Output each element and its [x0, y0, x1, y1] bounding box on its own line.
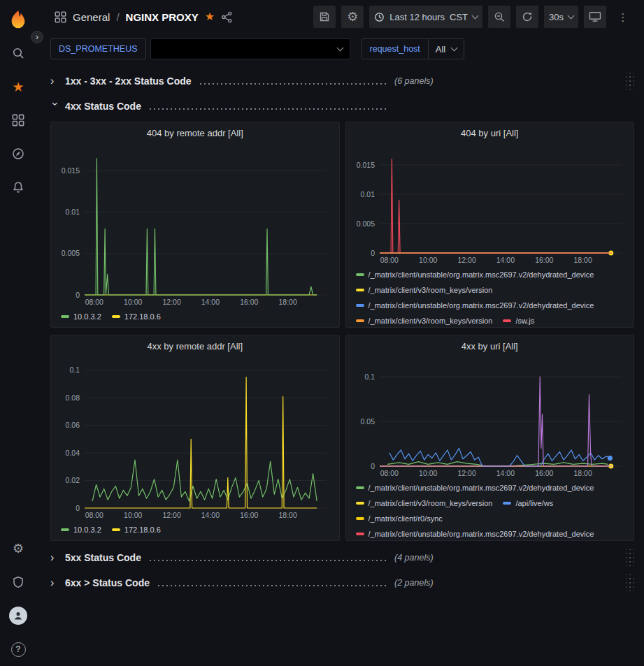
time-series-chart[interactable]: 00.0050.010.01508:0010:0012:0014:0016:00… — [346, 143, 634, 266]
legend-series-label: /_matrix/client/v3/room_keys/version — [368, 313, 493, 327]
svg-text:10:00: 10:00 — [419, 256, 437, 264]
sidebar-item-profile[interactable] — [0, 599, 36, 632]
svg-text:0.01: 0.01 — [360, 190, 375, 198]
legend-series-marker — [503, 502, 511, 505]
row-title: 6xx > Status Code — [65, 577, 150, 588]
favorite-star-icon[interactable]: ★ — [205, 11, 215, 22]
svg-text:0.015: 0.015 — [62, 166, 80, 175]
svg-text:18:00: 18:00 — [278, 511, 296, 519]
row-panel-count: (2 panels) — [394, 578, 434, 588]
legend-item[interactable]: /_matrix/client/unstable/org.matrix.msc2… — [356, 526, 594, 540]
save-dashboard-button[interactable] — [313, 6, 336, 28]
legend-item[interactable]: 10.0.3.2 — [61, 309, 101, 324]
row-4xx[interactable]: › 4xx Status Code — [50, 96, 634, 116]
legend-series-marker — [503, 319, 511, 322]
time-series-chart[interactable]: 00.020.040.060.080.108:0010:0012:0014:00… — [51, 356, 339, 521]
legend-series-label: /_matrix/client/v3/room_keys/version — [368, 282, 493, 298]
time-series-chart[interactable]: 00.050.108:0010:0012:0014:0016:0018:00 — [346, 356, 634, 479]
more-options-button[interactable]: ⋮ — [612, 6, 634, 28]
legend-item[interactable]: 172.18.0.6 — [112, 522, 161, 537]
refresh-button[interactable] — [516, 6, 538, 28]
svg-text:16:00: 16:00 — [240, 511, 258, 519]
sidebar-item-server-admin[interactable] — [0, 565, 36, 599]
grafana-logo[interactable] — [0, 0, 36, 36]
panel-title[interactable]: 4xx by remote addr [All] — [51, 335, 339, 356]
chevron-right-icon: › — [50, 552, 60, 563]
legend-item[interactable]: /_matrix/client/r0/sync — [356, 511, 443, 526]
breadcrumb-separator: / — [116, 11, 119, 23]
panel-title[interactable]: 404 by uri [All] — [346, 122, 634, 143]
dashboard-canvas: › 1xx - 3xx - 2xx Status Code (6 panels)… — [36, 64, 644, 666]
time-range-picker[interactable]: Last 12 hours CST — [369, 6, 482, 28]
request-host-label[interactable]: request_host — [362, 38, 429, 59]
row-1xx-3xx-2xx[interactable]: › 1xx - 3xx - 2xx Status Code (6 panels) — [50, 71, 634, 91]
svg-text:0.1: 0.1 — [69, 365, 80, 374]
legend-series-label: 10.0.3.2 — [73, 309, 101, 324]
tv-mode-button[interactable] — [584, 6, 606, 28]
chevron-down-icon — [472, 12, 479, 19]
dashboard-title[interactable]: NGINX PROXY — [126, 11, 199, 23]
row-panel-count: (6 panels) — [394, 76, 434, 86]
legend-item[interactable]: /_matrix/client/v3/room_keys/version — [356, 282, 493, 298]
legend-item[interactable]: 10.0.3.2 — [61, 522, 101, 537]
row-5xx[interactable]: › 5xx Status Code (4 panels) — [50, 548, 634, 567]
panel-title[interactable]: 4xx by uri [All] — [346, 335, 634, 356]
time-series-chart[interactable]: 00.0050.010.01508:0010:0012:0014:0016:00… — [51, 143, 339, 307]
sidebar-item-alerting[interactable] — [0, 171, 36, 204]
legend-series-label: /sw.js — [515, 313, 534, 327]
sidebar-item-dashboards[interactable] — [0, 103, 36, 137]
legend-item[interactable]: 172.18.0.6 — [112, 309, 161, 324]
refresh-interval-dropdown[interactable]: 30s — [544, 6, 578, 28]
request-host-value[interactable]: All — [429, 38, 464, 59]
svg-text:0: 0 — [371, 462, 375, 470]
zoom-out-button[interactable] — [488, 6, 510, 28]
share-icon[interactable] — [221, 11, 233, 23]
dashboards-grid-icon — [12, 114, 24, 126]
svg-text:0.04: 0.04 — [66, 449, 80, 457]
row-drag-handle[interactable] — [626, 549, 634, 566]
kebab-menu-icon: ⋮ — [618, 12, 629, 22]
topbar-actions: ⚙ Last 12 hours CST — [313, 6, 634, 28]
breadcrumb-section[interactable]: General — [73, 11, 110, 23]
row-dots — [199, 83, 386, 85]
legend-series-marker — [61, 528, 69, 531]
sidebar-item-configuration[interactable]: ⚙ — [0, 532, 36, 565]
svg-text:14:00: 14:00 — [496, 256, 514, 264]
row-drag-handle[interactable] — [626, 73, 634, 89]
legend-series-marker — [356, 502, 364, 505]
legend-item[interactable]: /_matrix/client/unstable/org.matrix.msc2… — [356, 480, 594, 495]
sidebar-item-starred[interactable]: ★ — [0, 70, 36, 103]
svg-text:08:00: 08:00 — [85, 298, 103, 306]
legend-item[interactable]: /api/live/ws — [503, 495, 553, 511]
legend-item[interactable]: /_matrix/client/unstable/org.matrix.msc2… — [356, 267, 594, 282]
legend-item[interactable]: /sw.js — [503, 313, 534, 327]
shield-icon — [11, 575, 25, 589]
panel-legend: 10.0.3.2172.18.0.6 — [51, 307, 339, 327]
sidebar-expand-button[interactable]: › — [31, 31, 43, 43]
chevron-right-icon: › — [50, 577, 60, 588]
datasource-variable-label[interactable]: DS_PROMETHEUS — [50, 38, 146, 59]
datasource-variable-value[interactable] — [150, 38, 350, 59]
svg-text:0.02: 0.02 — [66, 476, 80, 484]
legend-series-label: /_matrix/client/v3/room_keys/version — [368, 495, 493, 511]
panel-4xx-by-uri: 4xx by uri [All] 00.050.108:0010:0012:00… — [345, 335, 635, 541]
row-6xx[interactable]: › 6xx > Status Code (2 panels) — [50, 573, 634, 593]
legend-series-marker — [356, 273, 364, 276]
legend-item[interactable]: /_matrix/client/v3/room_keys/version — [356, 313, 493, 327]
sidebar-item-help[interactable]: ? — [0, 632, 36, 666]
panel-title[interactable]: 404 by remote addr [All] — [51, 122, 339, 143]
legend-item[interactable]: /_matrix/client/v3/room_keys/version — [356, 495, 493, 511]
sidebar-item-search[interactable] — [0, 36, 36, 70]
grafana-dashboard: { "icons": { "star": "★", "gear": "⚙", "… — [0, 0, 644, 666]
legend-series-label: /_matrix/client/unstable/org.matrix.msc2… — [368, 480, 594, 495]
dashboard-settings-button[interactable]: ⚙ — [341, 6, 364, 28]
chevron-down-icon — [336, 44, 343, 51]
row-title: 5xx Status Code — [65, 552, 141, 563]
panel-404-by-remote-addr: 404 by remote addr [All] 00.0050.010.015… — [50, 122, 340, 328]
row-drag-handle[interactable] — [626, 574, 634, 591]
svg-text:08:00: 08:00 — [85, 511, 103, 519]
search-icon — [11, 46, 25, 60]
request-host-variable: request_host All — [362, 38, 465, 59]
legend-item[interactable]: /_matrix/client/unstable/org.matrix.msc2… — [356, 298, 594, 313]
sidebar-item-explore[interactable] — [0, 137, 36, 171]
